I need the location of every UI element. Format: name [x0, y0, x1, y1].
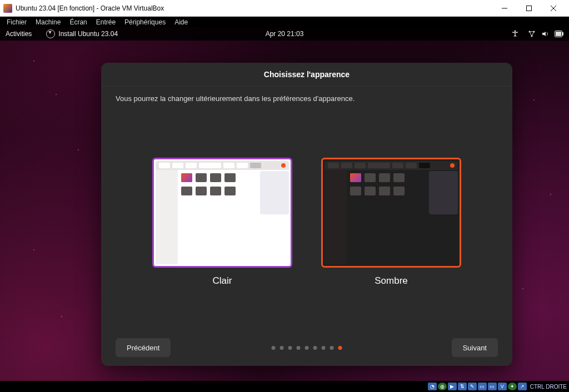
- theme-preview-light: [152, 158, 292, 268]
- installer-dialog: Choisissez l'apparence Vous pourrez la c…: [101, 63, 512, 366]
- step-indicator: [272, 346, 342, 350]
- vbox-menu-item[interactable]: Fichier: [3, 17, 30, 27]
- window-maximize-button[interactable]: [517, 1, 541, 16]
- vbox-titlebar: Ubuntu 23.04 [En fonction] - Oracle VM V…: [0, 0, 569, 17]
- vbox-recording-icon[interactable]: ▭: [488, 383, 497, 390]
- gnome-topbar: Activities Install Ubuntu 23.04 Apr 20 2…: [0, 27, 569, 41]
- svg-rect-0: [527, 6, 532, 11]
- vbox-title-text: Ubuntu 23.04 [En fonction] - Oracle VM V…: [16, 4, 164, 12]
- accessibility-icon[interactable]: [511, 29, 519, 39]
- theme-option-dark[interactable]: Sombre: [321, 158, 461, 287]
- vbox-menu-item[interactable]: Périphériques: [121, 17, 169, 27]
- vbox-clipboard-icon[interactable]: V: [498, 383, 507, 390]
- window-minimize-button[interactable]: [492, 1, 517, 16]
- installer-subtitle: Vous pourrez la changer ultérieurement d…: [116, 94, 498, 103]
- vbox-hostkey-label: CTRL DROITE: [530, 384, 567, 390]
- guest-display: Activities Install Ubuntu 23.04 Apr 20 2…: [0, 27, 569, 381]
- vbox-guest-additions-icon[interactable]: ✦: [508, 383, 517, 390]
- theme-options: Clair: [101, 158, 512, 287]
- vbox-menu-item[interactable]: Écran: [66, 17, 90, 27]
- theme-option-label: Sombre: [375, 275, 408, 287]
- vbox-network-icon[interactable]: ◍: [438, 383, 447, 390]
- vbox-mouse-icon[interactable]: ↗: [518, 383, 527, 390]
- back-button[interactable]: Précédent: [116, 338, 171, 357]
- window-close-button[interactable]: [541, 1, 566, 16]
- vbox-hdd-icon[interactable]: ◔: [428, 383, 437, 390]
- clock[interactable]: Apr 20 21:03: [266, 30, 304, 38]
- activities-button[interactable]: Activities: [6, 30, 32, 38]
- vbox-audio-icon[interactable]: ▶: [448, 383, 457, 390]
- virtualbox-icon: [3, 4, 12, 13]
- installer-title: Choisissez l'apparence: [101, 63, 512, 87]
- vbox-usb-icon[interactable]: ⇅: [458, 383, 467, 390]
- download-icon: [46, 29, 55, 38]
- installer-footer: Précédent Suivant: [101, 329, 512, 366]
- theme-preview-dark: [321, 158, 461, 268]
- next-button[interactable]: Suivant: [452, 338, 498, 357]
- svg-rect-7: [556, 32, 561, 36]
- battery-icon: [555, 31, 563, 37]
- vbox-menu-item[interactable]: Aide: [171, 17, 191, 27]
- svg-point-1: [514, 30, 516, 32]
- network-icon: [528, 30, 536, 38]
- install-ubuntu-label: Install Ubuntu 23.04: [58, 30, 118, 38]
- vbox-menubar: Fichier Machine Écran Entrée Périphériqu…: [0, 17, 569, 28]
- system-tray[interactable]: [528, 30, 563, 38]
- vbox-menu-item[interactable]: Machine: [32, 17, 64, 27]
- vbox-statusbar: ◔ ◍ ▶ ⇅ ✎ ▭ ▭ V ✦ ↗ CTRL DROITE: [426, 381, 569, 392]
- volume-icon: [541, 30, 549, 38]
- vbox-menu-item[interactable]: Entrée: [93, 17, 119, 27]
- vbox-display-icon[interactable]: ▭: [478, 383, 487, 390]
- theme-option-label: Clair: [213, 275, 232, 287]
- vbox-shared-folder-icon[interactable]: ✎: [468, 383, 477, 390]
- svg-rect-6: [562, 32, 563, 36]
- install-ubuntu-indicator[interactable]: Install Ubuntu 23.04: [46, 29, 118, 38]
- theme-option-light[interactable]: Clair: [152, 158, 292, 287]
